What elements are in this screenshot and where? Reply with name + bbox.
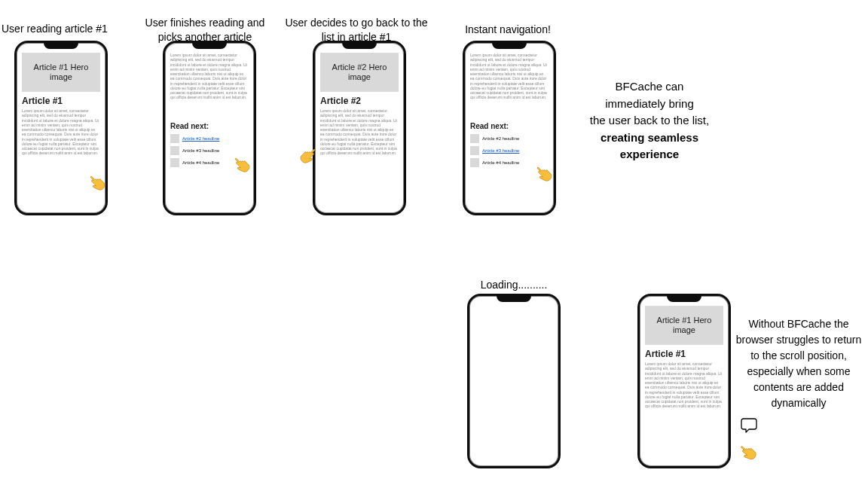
article-body-text: Lorem ipsum dolor sit amet, consectetur … [22,108,100,156]
phone-step-4: Lorem ipsum dolor sit amet, consectetur … [463,41,556,215]
read-next-label: Article #2 headline [482,136,519,141]
phone-notch [342,43,377,49]
explainer-line: BFCache can [616,80,684,93]
read-next-link-article-3[interactable]: Article #3 headline [470,146,549,155]
article-hero-image: Article #1 Hero image [645,306,723,345]
read-next-thumb [170,134,179,143]
read-next-heading: Read next: [470,122,549,130]
explainer-line: browser struggles to return [736,334,862,346]
article-hero-image: Article #1 Hero image [22,53,100,92]
caption-loading: Loading.......... [469,278,559,292]
read-next-thumb [170,146,179,155]
read-next-label: Article #3 headline [182,148,219,153]
read-next-label: Article #3 headline [482,148,519,153]
phone-screen: Article #1 Hero image Article #1 Lorem i… [643,303,726,462]
pointer-hand-icon [732,437,762,466]
explainer-line: the user back to the list, [590,114,709,127]
phone-notch [667,296,701,302]
article-body-text: Lorem ipsum dolor sit amet, consectetur … [320,108,399,156]
phone-notch [497,296,531,302]
explainer-line: immediately bring [605,97,694,110]
explainer-line: dynamically [771,397,826,409]
read-next-label: Article #4 headline [182,160,219,165]
phone-notch [492,43,527,49]
article-body-text: Lorem ipsum dolor sit amet, consectetur … [170,53,249,120]
explainer-without-bfcache: Without BFCache the browser struggles to… [729,316,868,411]
phone-screen: Lorem ipsum dolor sit amet, consectetur … [168,50,251,209]
phone-result-without-bfcache: Article #1 Hero image Article #1 Lorem i… [637,294,731,468]
read-next-thumb [470,134,479,143]
read-next-thumb [470,146,479,155]
explainer-bold-line: creating seamless [601,131,698,144]
read-next-link-article-2[interactable]: Article #2 headline [470,134,549,143]
phone-step-2: Lorem ipsum dolor sit amet, consectetur … [163,41,256,215]
caption-step-4: Instant navigation! [455,23,561,37]
caption-step-1: User reading article #1 [2,22,121,36]
read-next-thumb [470,158,479,167]
phone-loading [467,294,561,468]
phone-screen: Article #2 Hero image Article #2 Lorem i… [318,50,401,209]
phone-screen: Lorem ipsum dolor sit amet, consectetur … [468,50,551,209]
read-next-thumb [170,158,179,167]
read-next-link-article-2[interactable]: Article #2 headline [170,134,249,143]
article-body-text: Lorem ipsum dolor sit amet, consectetur … [645,361,723,409]
article-hero-image: Article #2 Hero image [320,53,399,92]
phone-screen [472,303,555,462]
read-next-label: Article #2 headline [182,136,219,141]
explainer-line: to the scroll position, [750,349,847,361]
read-next-list: Article #2 headline Article #3 headline … [470,134,549,167]
phone-notch [44,43,78,49]
article-body-text: Lorem ipsum dolor sit amet, consectetur … [470,53,549,120]
article-title: Article #2 [320,96,399,106]
explainer-line: Without BFCache the [748,318,848,330]
phone-notch [192,43,227,49]
phone-step-3: Article #2 Hero image Article #2 Lorem i… [313,41,406,215]
read-next-heading: Read next: [170,122,249,130]
article-title: Article #1 [22,96,100,106]
article-title: Article #1 [645,349,723,359]
read-next-label: Article #4 headline [482,160,519,165]
speech-bubble-icon [741,416,757,433]
explainer-with-bfcache: BFCache can immediately bring the user b… [574,78,725,163]
explainer-line: especially when some [747,365,851,377]
explainer-bold-line: experience [620,148,679,160]
explainer-line: contents are added [753,381,844,393]
